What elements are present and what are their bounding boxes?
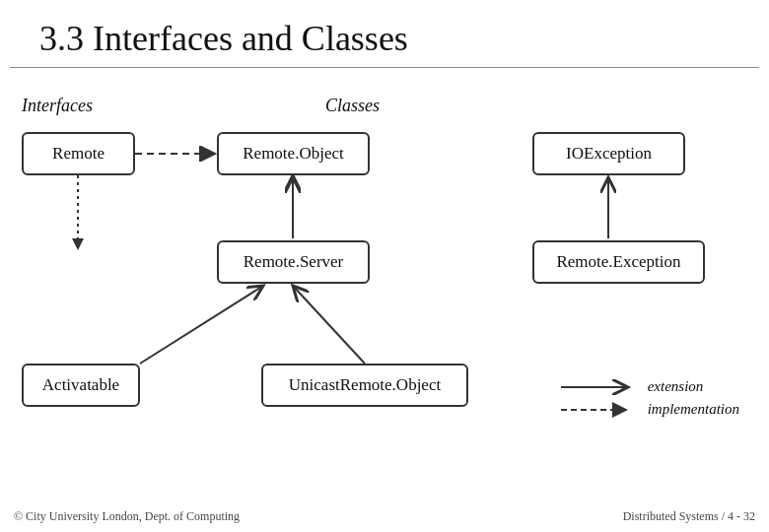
box-activatable-label: Activatable — [42, 375, 119, 395]
footer: © City University London, Dept. of Compu… — [0, 509, 769, 524]
box-ioexception: IOException — [532, 132, 685, 175]
box-remoteobject: Remote.Object — [217, 132, 370, 175]
svg-line-6 — [140, 286, 263, 364]
box-activatable: Activatable — [22, 364, 140, 407]
box-remoteserver-label: Remote.Server — [244, 252, 344, 272]
box-unicastremoteobject: UnicastRemote.Object — [261, 364, 468, 407]
diagram-area: Interfaces Classes RemoteObject (horizon… — [0, 78, 769, 501]
box-remote: Remote — [22, 132, 135, 175]
box-remoteserver: Remote.Server — [217, 240, 370, 284]
box-remoteexception-label: Remote.Exception — [556, 252, 680, 272]
box-remoteexception: Remote.Exception — [532, 240, 705, 284]
footer-left: © City University London, Dept. of Compu… — [14, 509, 240, 524]
svg-line-5 — [293, 286, 365, 364]
svg-marker-8 — [72, 238, 84, 250]
footer-right: Distributed Systems / 4 - 32 — [623, 509, 755, 524]
box-remoteobject-label: Remote.Object — [243, 144, 343, 164]
box-unicastremoteobject-label: UnicastRemote.Object — [289, 375, 441, 395]
title-divider — [10, 67, 759, 68]
box-remote-label: Remote — [52, 144, 105, 164]
page-title: 3.3 Interfaces and Classes — [0, 0, 769, 67]
box-ioexception-label: IOException — [566, 144, 652, 164]
